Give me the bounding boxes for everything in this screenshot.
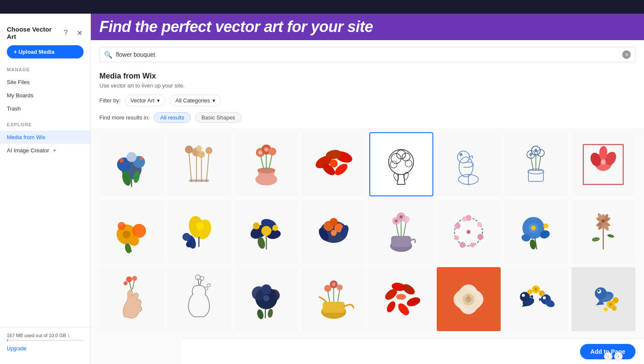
svg-point-17 xyxy=(196,146,202,151)
storage-bar xyxy=(7,340,84,341)
svg-point-166 xyxy=(406,296,421,308)
svg-point-28 xyxy=(258,150,262,154)
svg-point-141 xyxy=(207,284,210,287)
image-cell[interactable] xyxy=(437,267,501,331)
image-grid xyxy=(99,132,635,331)
storage-bar-fill xyxy=(7,340,8,341)
image-cell[interactable] xyxy=(234,267,298,331)
image-cell[interactable] xyxy=(234,132,298,196)
svg-point-114 xyxy=(454,235,459,240)
image-cell[interactable] xyxy=(302,132,366,196)
image-cell[interactable] xyxy=(571,200,635,264)
svg-point-194 xyxy=(604,307,608,311)
image-cell[interactable] xyxy=(302,200,366,264)
svg-point-191 xyxy=(609,303,612,306)
svg-point-62 xyxy=(534,149,537,152)
svg-point-81 xyxy=(183,233,191,241)
all-results-tag[interactable]: All results xyxy=(154,112,191,123)
svg-point-117 xyxy=(467,230,470,234)
basic-shapes-tag[interactable]: Basic Shapes xyxy=(195,112,242,123)
image-cell[interactable] xyxy=(234,200,298,264)
image-cell[interactable] xyxy=(571,267,635,331)
svg-point-168 xyxy=(385,300,397,314)
image-cell[interactable] xyxy=(504,267,568,331)
media-from-subtitle: Use vector art to liven up your site. xyxy=(99,82,635,89)
image-cell[interactable] xyxy=(504,132,568,196)
close-button[interactable]: ✕ xyxy=(75,29,84,37)
image-cell[interactable] xyxy=(302,267,366,331)
svg-point-87 xyxy=(253,222,260,229)
sidebar-item-ai-image-creator[interactable]: AI Image Creator ✦ xyxy=(0,144,90,157)
svg-point-7 xyxy=(119,158,123,162)
image-cell[interactable] xyxy=(99,200,163,264)
svg-point-107 xyxy=(400,215,403,218)
nav-circles: ‹ › xyxy=(604,352,623,361)
image-cell[interactable] xyxy=(369,200,433,264)
sidebar-item-site-files[interactable]: Site Files xyxy=(0,76,90,89)
svg-point-132 xyxy=(602,219,605,222)
svg-point-169 xyxy=(396,294,406,300)
sidebar-item-trash[interactable]: Trash xyxy=(0,102,90,115)
svg-rect-155 xyxy=(323,302,345,313)
image-cell[interactable] xyxy=(99,132,163,196)
svg-point-140 xyxy=(205,287,208,290)
dialog-title: Choose Vector Art xyxy=(7,26,61,40)
sidebar-item-media-from-wix[interactable]: Media from Wix xyxy=(0,131,90,144)
svg-point-14 xyxy=(198,151,205,157)
svg-point-3 xyxy=(126,152,136,162)
storage-info: 167 MB used out of 10.0 GB ℹ xyxy=(7,333,84,338)
image-cell[interactable] xyxy=(369,132,433,196)
svg-point-150 xyxy=(263,295,269,301)
upgrade-link[interactable]: Upgrade xyxy=(7,346,26,352)
manage-section: MANAGE Site Files My Boards Trash xyxy=(0,67,90,115)
chevron-down-icon: ▾ xyxy=(157,97,160,104)
svg-point-78 xyxy=(196,222,204,230)
svg-point-116 xyxy=(462,216,467,221)
media-from-title: Media from Wix xyxy=(99,72,635,81)
svg-point-115 xyxy=(455,223,461,229)
search-input[interactable] xyxy=(116,51,622,58)
sidebar-item-my-boards[interactable]: My Boards xyxy=(0,89,90,102)
vector-art-dropdown[interactable]: Vector Art ▾ xyxy=(125,95,165,106)
svg-point-106 xyxy=(395,219,397,222)
image-cell[interactable] xyxy=(167,132,231,196)
image-cell[interactable] xyxy=(504,200,568,264)
image-cell[interactable] xyxy=(99,267,163,331)
image-cell[interactable] xyxy=(369,267,433,331)
next-button[interactable]: › xyxy=(614,352,623,361)
results-row: Find more results in: All results Basic … xyxy=(99,112,635,123)
svg-point-193 xyxy=(612,306,617,311)
svg-point-120 xyxy=(531,225,536,230)
svg-point-52 xyxy=(460,153,463,156)
dialog-header: Choose Vector Art ? ✕ xyxy=(0,20,90,40)
image-grid-area xyxy=(91,128,644,364)
svg-point-71 xyxy=(132,224,146,238)
svg-point-97 xyxy=(331,230,337,236)
search-clear-button[interactable]: ✕ xyxy=(622,50,631,59)
svg-point-29 xyxy=(264,147,268,151)
svg-point-137 xyxy=(126,277,132,282)
image-cell[interactable] xyxy=(571,132,635,196)
image-cell[interactable] xyxy=(167,267,231,331)
info-icon: ℹ xyxy=(68,333,70,338)
prev-button[interactable]: ‹ xyxy=(604,352,612,361)
ai-icon: ✦ xyxy=(52,148,57,154)
help-button[interactable]: ? xyxy=(61,29,70,37)
upload-media-button[interactable]: + Upload Media xyxy=(7,45,84,58)
all-categories-dropdown[interactable]: All Categories ▾ xyxy=(170,95,221,106)
explore-label: EXPLORE xyxy=(0,122,90,131)
svg-point-16 xyxy=(205,147,212,154)
bottom-bar: ‹ › Add to Page xyxy=(182,338,644,364)
svg-point-133 xyxy=(592,236,600,242)
main-layout: Choose Vector Art ? ✕ + Upload Media MAN… xyxy=(0,14,644,364)
sidebar-bottom: 167 MB used out of 10.0 GB ℹ Upgrade xyxy=(0,327,90,357)
image-cell[interactable] xyxy=(437,200,501,264)
svg-point-139 xyxy=(123,281,127,285)
svg-point-41 xyxy=(390,161,397,168)
svg-point-161 xyxy=(337,284,342,290)
image-cell[interactable] xyxy=(167,200,231,264)
search-area: 🔍 ✕ xyxy=(91,40,644,67)
image-cell[interactable] xyxy=(437,132,501,196)
svg-point-178 xyxy=(522,294,525,297)
svg-point-68 xyxy=(601,159,606,164)
